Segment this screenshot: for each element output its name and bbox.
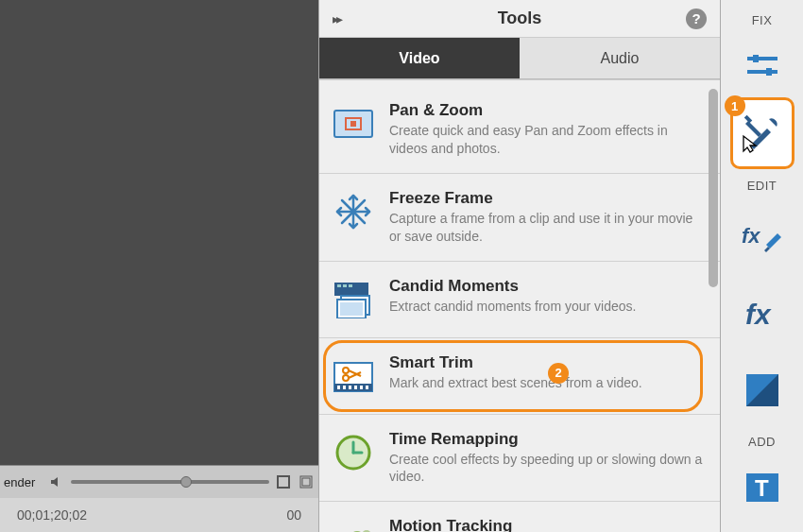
callout-badge-2: 2 [548, 363, 569, 384]
callout-badge-1: 1 [725, 95, 745, 116]
timecode-total: 00 [286, 507, 301, 523]
safe-margins-icon[interactable] [298, 473, 315, 490]
tool-motion-tracking[interactable]: Motion Tracking Follow objects in your f… [319, 502, 720, 532]
tool-desc: Create quick and easy Pan and Zoom effec… [389, 122, 703, 158]
svg-rect-21 [349, 386, 351, 389]
svg-text:T: T [755, 475, 769, 501]
tool-time-remapping[interactable]: Time Remapping Create cool effects by sp… [319, 415, 720, 503]
tab-audio[interactable]: Audio [520, 38, 720, 79]
svg-rect-36 [753, 55, 759, 62]
svg-rect-16 [340, 302, 363, 316]
title-t-icon: T [742, 467, 783, 508]
svg-text:fx: fx [745, 299, 772, 330]
tool-desc: Mark and extract best scenes from a vide… [389, 374, 703, 392]
svg-text:fx: fx [742, 224, 760, 248]
help-icon[interactable]: ? [686, 9, 707, 29]
tool-desc: Extract candid moments from your videos. [389, 298, 703, 316]
fx-icon: fx [742, 294, 783, 335]
photos-stack-icon [331, 277, 376, 322]
sliders-icon [742, 45, 783, 87]
playback-controls: ender [0, 465, 318, 498]
tool-pan-zoom[interactable]: Pan & Zoom Create quick and easy Pan and… [319, 86, 720, 174]
volume-slider[interactable] [71, 480, 269, 484]
svg-rect-22 [354, 386, 357, 389]
volume-icon[interactable] [48, 473, 65, 490]
scissors-film-icon [331, 353, 376, 399]
svg-rect-23 [360, 386, 363, 389]
fx-pencil-icon: fx [742, 218, 783, 260]
tool-smart-trim[interactable]: Smart Trim Mark and extract best scenes … [319, 338, 720, 415]
svg-rect-20 [343, 386, 346, 389]
svg-rect-0 [278, 476, 289, 488]
scrollbar[interactable] [709, 89, 718, 523]
app-root: ender 00;01;20;02 00 ▸▸ Tools ? [0, 0, 803, 532]
tool-desc: Create cool effects by speeding up or sl… [389, 451, 703, 487]
tool-list: Pan & Zoom Create quick and easy Pan and… [319, 79, 720, 532]
tab-video[interactable]: Video [319, 38, 520, 79]
timecode-current: 00;01;20;02 [17, 507, 87, 523]
preview-canvas[interactable] [0, 0, 318, 465]
pan-zoom-icon [331, 101, 376, 146]
svg-rect-5 [350, 121, 356, 127]
tool-freeze-frame[interactable]: Freeze Frame Capture a frame from a clip… [319, 174, 720, 262]
svg-rect-12 [343, 284, 347, 287]
scroll-thumb[interactable] [709, 89, 718, 287]
tool-title: Time Remapping [389, 430, 703, 449]
tool-title: Motion Tracking [389, 517, 703, 532]
tool-title: Freeze Frame [389, 189, 703, 208]
preview-pane: ender 00;01;20;02 00 [0, 0, 318, 532]
render-label[interactable]: ender [4, 475, 35, 489]
svg-rect-24 [366, 386, 368, 389]
effects-pencil-button[interactable]: fx [734, 212, 791, 266]
tools-header: ▸▸ Tools ? [319, 0, 720, 38]
section-label-fix: FIX [752, 13, 773, 27]
contrast-square-icon [742, 369, 783, 411]
motion-icon [331, 517, 376, 532]
section-label-edit: EDIT [747, 179, 777, 193]
slider-thumb[interactable] [180, 476, 192, 488]
tool-title: Smart Trim [389, 353, 703, 372]
tool-desc: Capture a frame from a clip and use it i… [389, 210, 703, 246]
tools-button[interactable]: 1 [734, 101, 791, 165]
collapse-icon[interactable]: ▸▸ [333, 11, 340, 26]
svg-rect-38 [766, 68, 772, 76]
titles-button[interactable]: T [734, 460, 791, 515]
tools-panel: ▸▸ Tools ? Video Audio Pan & Zoom Create… [318, 0, 721, 532]
section-label-add: ADD [748, 435, 776, 449]
svg-rect-19 [337, 386, 340, 389]
snowflake-icon [331, 189, 376, 234]
effects-button[interactable]: fx [734, 287, 791, 342]
tabs: Video Audio [319, 38, 720, 79]
svg-rect-2 [302, 478, 310, 486]
svg-rect-13 [349, 284, 352, 287]
fullscreen-icon[interactable] [275, 473, 292, 490]
svg-rect-11 [337, 284, 341, 287]
clock-icon [331, 430, 376, 475]
tool-title: Candid Moments [389, 277, 703, 296]
color-button[interactable] [734, 363, 791, 418]
adjust-button[interactable] [734, 39, 791, 94]
tool-title: Pan & Zoom [389, 101, 703, 120]
cursor-icon [742, 134, 759, 158]
tool-candid-moments[interactable]: Candid Moments Extract candid moments fr… [319, 262, 720, 338]
panel-title: Tools [319, 9, 720, 28]
timecode-bar: 00;01;20;02 00 [0, 498, 318, 532]
right-sidebar: FIX [721, 0, 803, 532]
